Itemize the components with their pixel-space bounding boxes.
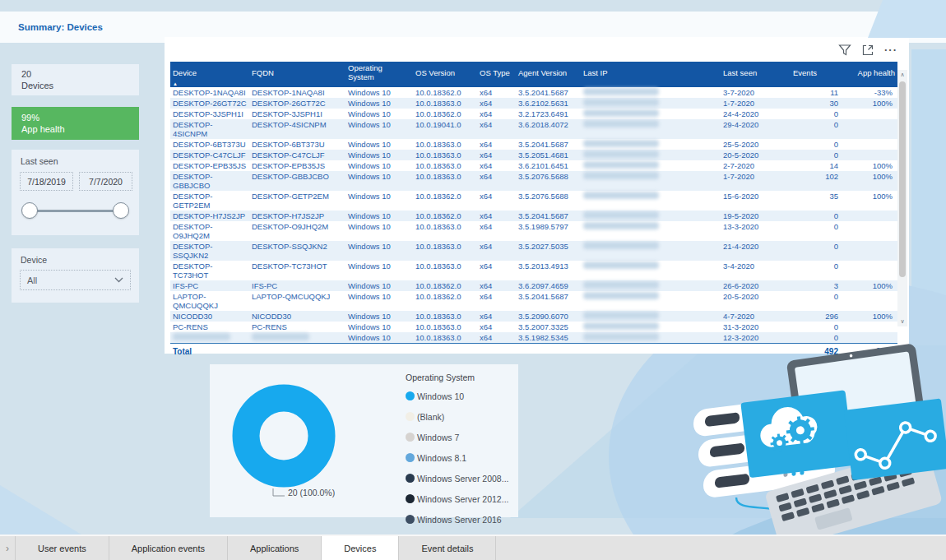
- cell-last_seen: 2-7-2020: [721, 160, 791, 171]
- cell-last_ip: [581, 139, 721, 150]
- column-header[interactable]: OS Type: [477, 62, 516, 87]
- cell-events: 0: [791, 261, 843, 280]
- cell-fqdn: DESKTOP-C47CLJF: [249, 150, 345, 160]
- table-row[interactable]: DESKTOP-26GT72CDESKTOP-26GT72CWindows 10…: [170, 98, 897, 109]
- legend-item[interactable]: Windows Server 2016: [406, 509, 508, 530]
- table-row[interactable]: DESKTOP-3JSPH1IDESKTOP-3JSPH1IWindows 10…: [170, 109, 897, 119]
- column-header[interactable]: FQDN: [249, 62, 345, 87]
- legend-label: Windows Server 2012...: [417, 494, 508, 504]
- table-row[interactable]: DESKTOP-4SICNPMDESKTOP-4SICNPMWindows 10…: [170, 119, 897, 139]
- last-seen-slicer: Last seen 7/18/2019 7/7/2020: [12, 150, 139, 235]
- os-legend: Operating System Windows 10(Blank)Window…: [406, 373, 508, 530]
- cell-fqdn: DESKTOP-26GT72C: [249, 98, 345, 109]
- table-row[interactable]: DESKTOP-TC73HOTDESKTOP-TC73HOTWindows 10…: [170, 261, 897, 280]
- page-nav-icon[interactable]: ›: [0, 536, 15, 560]
- os-donut-visual: 20 (100.0%) Operating System Windows 10(…: [210, 364, 518, 517]
- legend-item[interactable]: Windows 8.1: [406, 447, 508, 468]
- tab-user-events[interactable]: User events: [15, 536, 109, 560]
- date-range-slider[interactable]: [21, 199, 129, 224]
- table-row[interactable]: DESKTOP-C47CLJFDESKTOP-C47CLJFWindows 10…: [170, 150, 897, 160]
- redacted-value: [583, 312, 659, 319]
- start-date-input[interactable]: 7/18/2019: [20, 172, 73, 191]
- device-dropdown-value: All: [27, 275, 37, 285]
- filter-icon[interactable]: [838, 44, 851, 57]
- redacted-value: [583, 322, 659, 330]
- end-date-input[interactable]: 7/7/2020: [79, 172, 132, 191]
- legend-item[interactable]: Windows Server 2012...: [406, 488, 508, 509]
- scroll-up-icon[interactable]: ∧: [900, 70, 904, 80]
- tab-applications[interactable]: Applications: [228, 536, 322, 560]
- table-row[interactable]: DESKTOP-O9JHQ2MDESKTOP-O9JHQ2MWindows 10…: [170, 221, 897, 241]
- redacted-value: [583, 140, 659, 147]
- cell-last_ip: [581, 160, 721, 171]
- column-header[interactable]: App health: [843, 62, 897, 87]
- devices-count-label: Devices: [21, 80, 139, 91]
- cell-os_version: 10.0.18363.0: [413, 332, 477, 344]
- last-seen-title: Last seen: [12, 150, 139, 166]
- table-row[interactable]: NICODD30NICODD30Windows 1010.0.18363.0x6…: [170, 311, 897, 322]
- cell-os: Windows 10: [345, 139, 413, 150]
- column-header[interactable]: OS Version: [413, 62, 477, 87]
- device-table-visual: ··· Device▲FQDNOperating SystemOS Versio…: [165, 37, 909, 354]
- redacted-value: [583, 99, 659, 106]
- table-row[interactable]: LAPTOP-QMCUQQKJLAPTOP-QMCUQQKJWindows 10…: [170, 291, 897, 311]
- cell-os: Windows 10: [345, 98, 413, 109]
- cell-fqdn: LAPTOP-QMCUQQKJ: [249, 291, 345, 311]
- cell-os_version: 10.0.18363.0: [413, 261, 477, 280]
- column-header[interactable]: Last IP: [581, 62, 721, 87]
- table-row[interactable]: DESKTOP-H7JS2JPDESKTOP-H7JS2JPWindows 10…: [170, 211, 897, 221]
- legend-item[interactable]: Windows 10: [406, 386, 508, 406]
- table-row[interactable]: DESKTOP-SSQJKN2DESKTOP-SSQJKN2Windows 10…: [170, 241, 897, 261]
- legend-item[interactable]: (Blank): [406, 406, 508, 427]
- legend-item[interactable]: Windows Server 2008...: [406, 468, 508, 488]
- redacted-value: [583, 292, 659, 299]
- tab-application-events[interactable]: Application events: [109, 536, 228, 560]
- legend-dot: [406, 474, 415, 483]
- tab-devices[interactable]: Devices: [322, 536, 399, 560]
- slider-handle-start[interactable]: [21, 202, 38, 219]
- focus-mode-icon[interactable]: [861, 44, 874, 57]
- redacted-value: [583, 120, 659, 127]
- cell-app_health: 100%: [843, 171, 897, 191]
- table-row[interactable]: DESKTOP-GBBJCBODESKTOP-GBBJCBOWindows 10…: [170, 171, 897, 191]
- table-row[interactable]: IFS-PCIFS-PCWindows 1010.0.18362.0x643.6…: [170, 280, 897, 291]
- cell-fqdn: PC-RENS: [249, 322, 345, 332]
- tab-container: User eventsApplication eventsApplication…: [15, 536, 496, 560]
- cell-os_version: 10.0.18362.0: [413, 280, 477, 291]
- cell-os_type: x64: [477, 280, 516, 291]
- table-scrollbar[interactable]: ∧ ∨: [897, 70, 907, 326]
- redacted-value: [583, 150, 659, 158]
- cell-agent_version: 3.6.2101.6451: [516, 160, 581, 171]
- tab-event-details[interactable]: Event details: [399, 536, 496, 560]
- cell-os_version: 10.0.18363.0: [413, 322, 477, 332]
- table-row[interactable]: DESKTOP-6BT373UDESKTOP-6BT373UWindows 10…: [170, 139, 897, 150]
- table-row[interactable]: DESKTOP-1NAQA8IDESKTOP-1NAQA8IWindows 10…: [170, 87, 897, 98]
- cell-agent_version: 3.6.2102.5631: [516, 98, 581, 109]
- devices-count-value: 20: [21, 68, 139, 80]
- corner-decor: [868, 0, 946, 38]
- cell-app_health: [843, 221, 897, 241]
- cell-last_ip: [581, 291, 721, 311]
- slider-handle-end[interactable]: [113, 202, 129, 219]
- table-row[interactable]: PC-RENSPC-RENSWindows 1010.0.18363.0x643…: [170, 322, 897, 332]
- column-header[interactable]: Events: [791, 62, 843, 87]
- column-header[interactable]: Agent Version: [516, 62, 581, 87]
- cell-events: 11: [791, 87, 843, 98]
- scrollbar-thumb[interactable]: [899, 81, 906, 277]
- column-header[interactable]: Device▲: [170, 62, 249, 87]
- more-options-icon[interactable]: ···: [884, 46, 897, 54]
- report-canvas: Summary: Devices 20 Devices 99% App heal…: [0, 0, 946, 560]
- redacted-value: [583, 172, 659, 179]
- table-row[interactable]: DESKTOP-GETP2EMDESKTOP-GETP2EMWindows 10…: [170, 191, 897, 211]
- device-dropdown[interactable]: All: [20, 270, 131, 290]
- scroll-down-icon[interactable]: ∨: [900, 317, 904, 326]
- legend-item[interactable]: Windows 7: [406, 427, 508, 447]
- cell-events: 0: [791, 150, 843, 160]
- column-header[interactable]: Last seen: [721, 62, 791, 87]
- cell-last_seen: 1-7-2020: [721, 98, 791, 109]
- cell-fqdn: DESKTOP-1NAQA8I: [249, 87, 345, 98]
- slider-track: [28, 210, 123, 212]
- cell-app_health: 100%: [843, 311, 897, 322]
- table-row[interactable]: DESKTOP-EPB35JSDESKTOP-EPB35JSWindows 10…: [170, 160, 897, 171]
- column-header[interactable]: Operating System: [345, 62, 413, 87]
